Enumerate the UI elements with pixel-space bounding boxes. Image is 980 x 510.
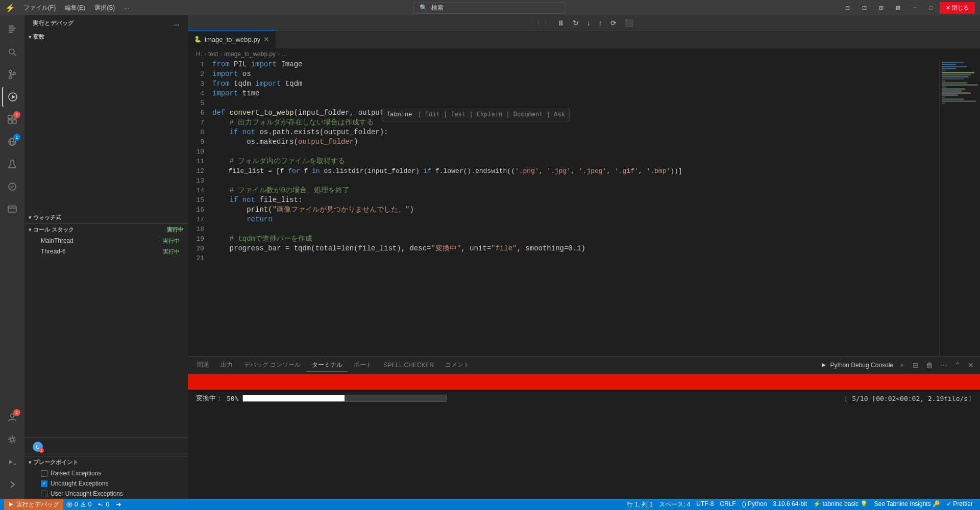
- activity-bar: 1 1 1: [0, 15, 24, 499]
- panel-more-btn[interactable]: ⋯: [938, 360, 949, 370]
- debug-step-out-btn[interactable]: ↑: [596, 17, 605, 29]
- terminal-progress: 変換中： 50% | 5/10 [00:02<00:02, 2.19file/s…: [188, 390, 980, 407]
- arrow-right-icon[interactable]: [2, 474, 22, 495]
- layout-icon1[interactable]: ⊟: [840, 3, 855, 13]
- callstack-mainthread-status: 実行中: [163, 237, 180, 245]
- sidebar-item-remote[interactable]: 1: [2, 132, 22, 152]
- svg-line-5: [14, 54, 16, 56]
- breadcrumb-h[interactable]: H:: [196, 50, 202, 58]
- sidebar-item-search[interactable]: [2, 42, 22, 62]
- panel-trash-btn[interactable]: 🗑: [924, 360, 935, 370]
- panel-content: 変換中： 50% | 5/10 [00:02<00:02, 2.19file/s…: [188, 374, 980, 499]
- breakpoints-section-title[interactable]: ▾ ブレークポイント: [24, 456, 188, 468]
- editor-tab-image-to-webp[interactable]: 🐍 image_to_webp.py ✕: [188, 30, 276, 48]
- sidebar-item-extensions2[interactable]: [2, 199, 22, 219]
- status-encoding[interactable]: UTF-8: [693, 500, 717, 507]
- menu-file[interactable]: ファイル(F): [19, 2, 60, 14]
- settings-icon[interactable]: [2, 429, 22, 450]
- panel-close-btn[interactable]: ✕: [966, 360, 976, 370]
- panel-add-terminal-btn[interactable]: ＋: [896, 360, 908, 371]
- sidebar-more-btn[interactable]: ...: [174, 20, 180, 27]
- status-language[interactable]: () Python: [739, 500, 770, 507]
- layout-icon2[interactable]: ⊡: [857, 3, 872, 13]
- panel-tab-ports[interactable]: ポート: [349, 359, 377, 372]
- sidebar-item-copilot[interactable]: [2, 176, 22, 197]
- close-btn[interactable]: ✕ 閉じる: [940, 2, 975, 14]
- breadcrumb: H: › test › image_to_webp.py › ...: [188, 48, 980, 60]
- breadcrumb-file[interactable]: image_to_webp.py: [224, 50, 276, 58]
- variables-section-title[interactable]: ▾ 変数: [24, 31, 188, 43]
- sidebar-user-area[interactable]: U 1: [24, 437, 188, 456]
- menu-edit[interactable]: 編集(E): [61, 2, 89, 14]
- debug-stop-btn[interactable]: ⬛: [622, 17, 636, 29]
- sidebar-item-extensions[interactable]: 1: [2, 109, 22, 130]
- sidebar-item-explorer[interactable]: [2, 19, 22, 40]
- line-ending-text: CRLF: [720, 500, 736, 507]
- panel-tab-debug-console[interactable]: デバッグ コンソール: [239, 359, 306, 372]
- debug-restart-btn[interactable]: ⟳: [607, 17, 620, 29]
- debug-console-icon[interactable]: [2, 452, 22, 472]
- maximize-btn[interactable]: □: [924, 3, 938, 13]
- tab-close-btn[interactable]: ✕: [263, 35, 270, 43]
- debug-pause-btn[interactable]: ⏸: [554, 17, 568, 29]
- sidebar-item-run-debug[interactable]: [2, 87, 22, 107]
- status-debug-mode[interactable]: 実行とデバッグ: [4, 499, 63, 510]
- panel-tab-output[interactable]: 出力: [215, 359, 238, 372]
- layout-icon4[interactable]: ⊠: [891, 3, 905, 13]
- search-box[interactable]: 🔍 検索: [413, 2, 566, 14]
- callstack-item-thread6[interactable]: Thread-6 実行中: [24, 246, 188, 257]
- menu-more[interactable]: ...: [120, 2, 133, 14]
- code-line-18: [212, 224, 939, 234]
- account-icon[interactable]: 1: [2, 407, 22, 427]
- search-placeholder: 検索: [431, 4, 444, 12]
- tabnine-text: ⚡ tabnine basic 💡: [813, 500, 868, 507]
- status-arrow[interactable]: [112, 499, 125, 510]
- breadcrumb-ellipsis[interactable]: ...: [282, 50, 287, 58]
- status-debug-label: 実行とデバッグ: [16, 500, 59, 509]
- layout-icon3[interactable]: ⊞: [874, 3, 889, 13]
- watch-section-title[interactable]: ▾ ウォッチ式: [24, 212, 188, 223]
- status-debug-points[interactable]: 0: [94, 499, 112, 510]
- breadcrumb-sep3: ›: [278, 50, 280, 58]
- status-tabnine[interactable]: ⚡ tabnine basic 💡: [810, 500, 871, 507]
- code-editor[interactable]: 12345 678910 1112131415 1617181920 21 fr…: [188, 60, 939, 356]
- panel-split-btn[interactable]: ⊟: [911, 360, 921, 370]
- status-prettier[interactable]: ✓ Prettier: [943, 500, 976, 507]
- callstack-thread6-status: 実行中: [163, 248, 180, 256]
- debug-step-over-btn[interactable]: ↻: [570, 17, 582, 29]
- uncaught-exceptions-checkbox[interactable]: [41, 480, 47, 487]
- code-content[interactable]: from PIL import Image import os from tqd…: [208, 60, 939, 356]
- breakpoint-item-uncaught[interactable]: Uncaught Exceptions: [24, 478, 188, 489]
- language-text: () Python: [742, 500, 767, 507]
- status-errors[interactable]: 0 0: [63, 499, 94, 510]
- panel-tab-problems[interactable]: 問題: [192, 359, 214, 372]
- remote-badge: 1: [13, 134, 20, 141]
- panel-tab-spell-checker[interactable]: SPELL CHECKER: [378, 360, 439, 371]
- breakpoint-item-raised[interactable]: Raised Exceptions: [24, 468, 188, 478]
- progress-label: 変換中：: [196, 394, 223, 403]
- panel-tab-terminal[interactable]: ターミナル: [307, 359, 348, 372]
- watch-label: ウォッチ式: [33, 214, 61, 221]
- sidebar-item-testing[interactable]: [2, 154, 22, 174]
- raised-exceptions-checkbox[interactable]: [41, 470, 47, 477]
- status-spaces[interactable]: スペース: 4: [656, 500, 693, 509]
- panel-maximize-btn[interactable]: ⌃: [952, 360, 963, 370]
- minimize-btn[interactable]: ─: [908, 3, 922, 13]
- tabnine-popup[interactable]: Tabnine | Edit | Test | Explain | Docume…: [382, 109, 570, 121]
- user-uncaught-exceptions-checkbox[interactable]: [41, 491, 47, 497]
- menu-select[interactable]: 選択(S): [90, 2, 119, 14]
- status-tabnine-insights[interactable]: See Tabnine Insights 🔑: [871, 500, 943, 507]
- code-line-19: # tqdmで進捗バーを作成: [212, 234, 939, 244]
- debug-step-into-btn[interactable]: ↓: [584, 17, 594, 29]
- breakpoint-item-user-uncaught[interactable]: User Uncaught Exceptions: [24, 489, 188, 499]
- status-python-version[interactable]: 3.10.6 64-bit: [770, 500, 810, 507]
- panel-tab-comments[interactable]: コメント: [440, 359, 475, 372]
- callstack-item-mainthread[interactable]: MainThread 実行中: [24, 236, 188, 246]
- breadcrumb-test[interactable]: test: [208, 50, 218, 58]
- status-line-col[interactable]: 行 1, 列 1: [624, 500, 656, 509]
- sidebar-item-source-control[interactable]: [2, 64, 22, 85]
- status-line-ending[interactable]: CRLF: [717, 500, 739, 507]
- vscode-logo: ⚡: [5, 3, 15, 13]
- status-bar: 実行とデバッグ 0 0 0 行 1, 列 1 スペース: 4 UTF-8 CRL…: [0, 499, 980, 510]
- callstack-section-title[interactable]: ▾ コール スタック 実行中: [24, 224, 188, 236]
